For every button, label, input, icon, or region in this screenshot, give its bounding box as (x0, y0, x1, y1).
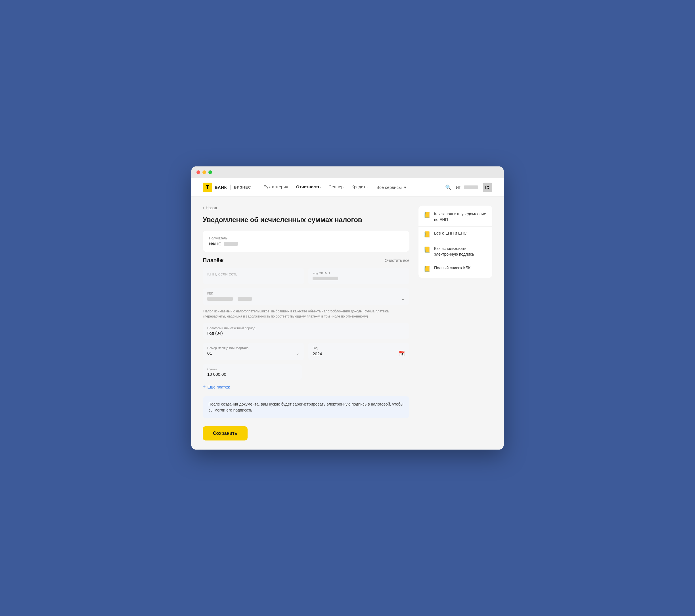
nav-right: 🔍 ИП 🗂 (445, 183, 492, 192)
year-label: Год (312, 346, 405, 350)
payment-section-title: Платёж (203, 257, 223, 264)
kbk-label: КБК (207, 292, 405, 295)
recipient-card: Получатель ИФНС (203, 231, 409, 252)
sidebar-item-text-2: Как использовать электронную подпись (434, 246, 487, 257)
year-field[interactable]: Год 2024 📅 (308, 343, 409, 360)
month-field[interactable]: Номер месяца или квартала 01 ⌄ (203, 343, 304, 360)
add-payment-label: Ещё платёж (207, 385, 230, 389)
kpp-oktmo-row: Код ОКТМО (203, 268, 409, 284)
kbk-select[interactable]: ⌄ (207, 296, 405, 301)
info-box: После создания документа, вам нужно буде… (203, 396, 409, 418)
sum-label: Сумма (207, 367, 297, 371)
logo-sub: БИЗНЕС (234, 185, 251, 189)
kbk-value-1-blurred (207, 297, 233, 301)
page-wrapper: Т БАНК БИЗНЕС Бухгалтерия Отчетность Сел… (191, 178, 504, 450)
plus-icon: + (203, 384, 206, 390)
nav-all-services[interactable]: Все сервисы ▾ (376, 185, 406, 190)
recipient-label: Получатель (209, 236, 403, 240)
sum-value: 10 000,00 (207, 372, 297, 377)
book-icon-3: 📒 (424, 266, 431, 272)
recipient-blurred (224, 242, 238, 246)
kbk-field[interactable]: КБК ⌄ (203, 288, 409, 305)
logo-bank-name: БАНК (215, 185, 227, 190)
dot-green[interactable] (208, 170, 212, 174)
nav-user-label: ИП (456, 185, 462, 190)
oktmo-field[interactable]: Код ОКТМО (308, 268, 409, 284)
month-label: Номер месяца или квартала (207, 346, 300, 350)
sidebar-item-kbk-list[interactable]: 📒 Полный список КБК (419, 261, 492, 276)
sidebar-item-signature[interactable]: 📒 Как использовать электронную подпись (419, 242, 492, 261)
page-content: ‹ Назад Уведомление об исчисленных сумма… (191, 197, 504, 450)
nav-link-reporting[interactable]: Отчетность (296, 184, 321, 190)
sum-field[interactable]: Сумма 10 000,00 (203, 364, 302, 380)
payment-section-header: Платёж Очистить все (203, 257, 409, 264)
year-value: 2024 (312, 351, 322, 356)
page-title: Уведомление об исчисленных суммах налого… (203, 216, 409, 224)
book-icon-2: 📒 (424, 246, 431, 253)
nav-link-seller[interactable]: Селлер (328, 184, 343, 190)
month-select[interactable]: 01 ⌄ (207, 350, 300, 356)
payment-section: Платёж Очистить все Код ОКТМО (203, 257, 409, 390)
dot-red[interactable] (197, 170, 200, 174)
sidebar-card: 📒 Как заполнить уведомление по ЕНП 📒 Всё… (419, 206, 492, 278)
logo-divider (230, 185, 231, 190)
search-icon[interactable]: 🔍 (445, 184, 452, 190)
add-payment-button[interactable]: + Ещё платёж (203, 384, 409, 390)
period-value: Год (34) (207, 331, 405, 335)
nav-user-name-blurred (464, 185, 478, 189)
month-year-row: Номер месяца или квартала 01 ⌄ Год 2024 … (203, 343, 409, 360)
sidebar-item-enp-info[interactable]: 📒 Всё о ЕНП и ЕНС (419, 227, 492, 242)
clear-all-button[interactable]: Очистить все (385, 258, 409, 263)
sidebar-item-text-1: Всё о ЕНП и ЕНС (434, 231, 467, 236)
save-button[interactable]: Сохранить (203, 426, 248, 440)
kpp-input[interactable] (207, 271, 300, 276)
period-label: Налоговый или отчётный период (207, 326, 405, 330)
logo-t-letter: Т (203, 183, 213, 192)
nav-link-accounting[interactable]: Бухгалтерия (264, 184, 288, 190)
book-icon-1: 📒 (424, 231, 431, 238)
main-column: ‹ Назад Уведомление об исчисленных сумма… (203, 206, 409, 440)
month-chevron-icon: ⌄ (296, 350, 300, 356)
main-nav: Т БАНК БИЗНЕС Бухгалтерия Отчетность Сел… (191, 178, 504, 197)
info-text: После создания документа, вам нужно буде… (208, 402, 403, 412)
browser-chrome (191, 166, 504, 178)
nav-user: ИП (456, 185, 478, 190)
kpp-field[interactable] (203, 268, 304, 284)
sidebar-item-enp-fill[interactable]: 📒 Как заполнить уведомление по ЕНП (419, 207, 492, 227)
recipient-value: ИФНС (209, 242, 221, 246)
oktmo-label: Код ОКТМО (312, 271, 405, 275)
nav-avatar[interactable]: 🗂 (482, 183, 492, 192)
kbk-chevron-icon: ⌄ (401, 296, 405, 301)
back-link[interactable]: ‹ Назад (203, 206, 409, 210)
nav-links: Бухгалтерия Отчетность Селлер Кредиты Вс… (264, 184, 436, 190)
calendar-icon: 📅 (399, 350, 405, 357)
dot-yellow[interactable] (202, 170, 206, 174)
kbk-value-2-blurred (238, 297, 252, 301)
book-icon-0: 📒 (424, 212, 431, 218)
sidebar: 📒 Как заполнить уведомление по ЕНП 📒 Всё… (419, 206, 492, 278)
kbk-hint: Налог, взимаемый с налогоплательщиков, в… (203, 309, 409, 319)
month-value: 01 (207, 351, 212, 355)
back-label: Назад (206, 206, 217, 210)
browser-window: Т БАНК БИЗНЕС Бухгалтерия Отчетность Сел… (191, 166, 504, 450)
back-arrow-icon: ‹ (203, 206, 204, 210)
oktmo-value-blurred (312, 277, 338, 280)
sidebar-item-text-0: Как заполнить уведомление по ЕНП (434, 211, 487, 222)
period-field[interactable]: Налоговый или отчётный период Год (34) (203, 323, 409, 339)
chevron-down-icon: ▾ (404, 185, 406, 190)
year-select[interactable]: 2024 📅 (312, 350, 405, 357)
sidebar-item-text-3: Полный список КБК (434, 265, 471, 271)
nav-logo: Т БАНК БИЗНЕС (203, 183, 251, 192)
nav-link-credits[interactable]: Кредиты (352, 184, 369, 190)
